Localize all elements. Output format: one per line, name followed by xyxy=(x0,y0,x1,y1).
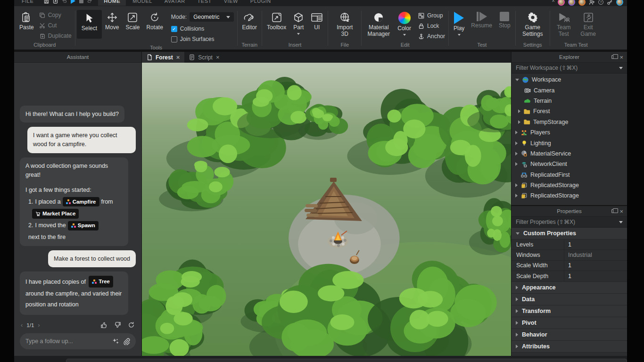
join-surfaces-checkbox-row[interactable]: Join Surfaces xyxy=(169,34,236,44)
play-button[interactable]: Play xyxy=(450,10,468,38)
assistant-panel-header[interactable]: Assistant xyxy=(14,52,141,63)
resume-button[interactable]: Resume xyxy=(468,10,495,31)
redo-icon[interactable] xyxy=(87,0,92,4)
collaborator-avatar[interactable] xyxy=(568,0,575,6)
section-data[interactable]: Data xyxy=(512,294,627,305)
section-behavior[interactable]: Behavior xyxy=(512,329,627,341)
collapsed-arrow-icon[interactable] xyxy=(515,152,518,156)
campfire-asset-chip[interactable]: Campfire xyxy=(63,197,99,206)
explorer-header[interactable]: Explorer × xyxy=(512,52,627,63)
collapse-ribbon-icon[interactable]: ^ xyxy=(552,0,554,5)
ribbon-tab-model[interactable]: MODEL xyxy=(127,0,158,6)
section-pivot[interactable]: Pivot xyxy=(512,317,627,329)
ui-button[interactable]: UI xyxy=(307,10,326,33)
ribbon-tab-test[interactable]: TEST xyxy=(192,0,217,6)
section-transform[interactable]: Transform xyxy=(512,305,627,317)
regenerate-icon[interactable] xyxy=(128,321,135,329)
tree-item-replicatedstorage[interactable]: ReplicatedStorage xyxy=(512,180,627,190)
duplicate-button[interactable]: Duplicate xyxy=(37,32,74,41)
move-tool-button[interactable]: Move xyxy=(102,10,122,33)
ribbon-tab-home[interactable]: HOME xyxy=(98,0,126,6)
file-menu[interactable]: FILE xyxy=(17,0,38,6)
section-appearance[interactable]: Appearance xyxy=(512,282,627,294)
3d-viewport[interactable] xyxy=(142,63,511,356)
ribbon-tab-plugin[interactable]: PLUGIN xyxy=(245,0,277,6)
tree-item-forest[interactable]: Forest xyxy=(512,106,627,116)
property-value[interactable]: 1 xyxy=(564,239,627,249)
collaborator-avatar[interactable] xyxy=(578,0,586,6)
collapsed-arrow-icon[interactable] xyxy=(515,131,518,134)
tree-item-replicatedstorage-2[interactable]: ReplicatedStorage xyxy=(512,190,627,201)
import-3d-button[interactable]: Import 3D xyxy=(330,10,360,40)
properties-filter-bar[interactable] xyxy=(512,217,627,228)
group-button[interactable]: Group xyxy=(416,11,447,20)
popout-panel-icon[interactable] xyxy=(611,209,616,213)
tree-asset-chip[interactable]: Tree xyxy=(89,276,113,288)
key-icon[interactable] xyxy=(607,0,613,5)
expanded-arrow-icon[interactable] xyxy=(515,79,519,81)
property-value[interactable]: Industrial xyxy=(564,250,627,260)
collapsed-arrow-icon[interactable] xyxy=(515,141,518,145)
invite-user-icon[interactable] xyxy=(589,0,595,5)
scale-tool-button[interactable]: Scale xyxy=(122,10,143,33)
help-icon[interactable]: ? xyxy=(598,0,603,5)
thumbs-up-icon[interactable] xyxy=(100,321,107,329)
close-tab-icon[interactable]: × xyxy=(176,54,180,61)
properties-header[interactable]: Properties × xyxy=(512,206,627,217)
play-quick-icon[interactable] xyxy=(71,0,75,4)
current-user-avatar[interactable] xyxy=(616,0,623,6)
next-response-icon[interactable]: › xyxy=(38,321,40,329)
toolbox-button[interactable]: Toolbox xyxy=(264,10,289,33)
attach-file-icon[interactable] xyxy=(123,338,130,345)
section-custom-properties[interactable]: Custom Properties xyxy=(512,228,627,239)
terrain-editor-button[interactable]: Editor xyxy=(239,10,260,33)
copy-button[interactable]: Copy xyxy=(37,11,74,20)
cut-button[interactable]: Cut xyxy=(37,21,74,31)
undo-icon[interactable] xyxy=(62,0,67,4)
join-surfaces-checkbox[interactable] xyxy=(171,36,177,42)
paste-button[interactable]: Paste xyxy=(16,10,37,33)
ribbon-tab-view[interactable]: VIEW xyxy=(218,0,244,6)
ribbon-tab-avatar[interactable]: AVATAR xyxy=(159,0,191,6)
spawn-asset-chip[interactable]: Spawn xyxy=(68,221,99,230)
team-test-button[interactable]: Team Test xyxy=(552,10,576,40)
property-value[interactable]: 1 xyxy=(564,271,627,281)
prev-response-icon[interactable]: ‹ xyxy=(21,321,23,329)
select-tool-button[interactable]: Select xyxy=(77,10,102,39)
collapsed-panel-edge[interactable] xyxy=(66,359,627,362)
follow-up-input[interactable] xyxy=(25,338,108,345)
anchor-button[interactable]: Anchor xyxy=(416,32,447,41)
property-value[interactable]: 1 xyxy=(564,261,627,271)
tree-item-lighting[interactable]: Lighting xyxy=(512,138,627,148)
collapsed-arrow-icon[interactable] xyxy=(518,109,520,113)
close-panel-icon[interactable]: × xyxy=(619,54,623,60)
assistant-input-bar[interactable] xyxy=(20,333,136,349)
publish-icon[interactable] xyxy=(53,0,58,4)
mode-dropdown[interactable]: Geometric xyxy=(190,12,233,22)
close-panel-icon[interactable]: × xyxy=(619,208,623,214)
tree-item-workspace[interactable]: Workspace xyxy=(512,74,627,85)
tree-item-materialservice[interactable]: MaterialService xyxy=(512,148,627,159)
tree-item-terrain[interactable]: Terrain xyxy=(512,96,627,106)
close-tab-icon[interactable]: × xyxy=(216,54,220,61)
part-button[interactable]: Part xyxy=(289,10,307,37)
market-place-chip[interactable]: Market Place xyxy=(32,209,79,218)
stop-button[interactable]: Stop xyxy=(495,10,514,31)
collapsed-arrow-icon[interactable] xyxy=(515,162,518,166)
tree-item-camera[interactable]: Camera xyxy=(512,85,627,95)
properties-filter-input[interactable] xyxy=(516,219,616,225)
lock-button[interactable]: Lock xyxy=(416,21,447,31)
color-button[interactable]: Color xyxy=(394,10,414,38)
material-manager-button[interactable]: Material Manager xyxy=(363,10,394,40)
explorer-filter-input[interactable] xyxy=(516,65,616,71)
section-attributes[interactable]: Attributes xyxy=(512,341,627,353)
tree-item-networkclient[interactable]: NetworkClient xyxy=(512,159,627,169)
explorer-filter-bar[interactable] xyxy=(512,63,627,74)
rotate-tool-button[interactable]: Rotate xyxy=(143,10,166,33)
game-settings-button[interactable]: Game Settings xyxy=(517,10,548,40)
tree-item-tempstorage[interactable]: TempStorage xyxy=(512,117,627,127)
collisions-checkbox[interactable]: ✓ xyxy=(171,26,177,32)
collapsed-arrow-icon[interactable] xyxy=(515,194,518,197)
tab-forest[interactable]: Forest × xyxy=(142,52,184,63)
collapsed-arrow-icon[interactable] xyxy=(515,183,518,187)
